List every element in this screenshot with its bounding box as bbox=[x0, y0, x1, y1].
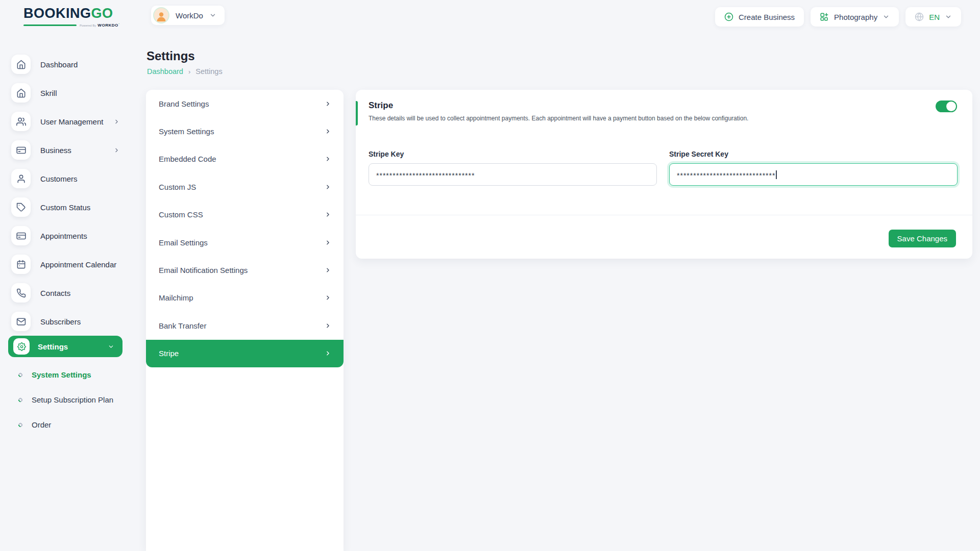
brand-tagline: Powered By WORKDO˙ bbox=[23, 23, 136, 28]
sidebar-item-skrill[interactable]: Skrill bbox=[0, 79, 146, 107]
stripe-panel-header: Stripe These details will be used to col… bbox=[356, 90, 972, 122]
sidebar-item-label: Settings bbox=[38, 342, 68, 351]
plus-circle-icon bbox=[724, 12, 733, 21]
gear-icon bbox=[13, 338, 30, 355]
sidebar-item-label: Contacts bbox=[40, 289, 70, 297]
settings-menu-item-custom-css[interactable]: Custom CSS bbox=[146, 201, 344, 229]
field-input[interactable]: ****************************** bbox=[369, 163, 657, 186]
sidebar-item-label: Business bbox=[40, 146, 71, 155]
sidebar-subitem-label: System Settings bbox=[32, 370, 91, 379]
credit-card-icon bbox=[11, 226, 31, 245]
chevron-right-icon bbox=[325, 350, 331, 357]
field-value: ****************************** bbox=[376, 171, 475, 180]
settings-menu-item-label: Bank Transfer bbox=[159, 321, 206, 330]
field-stripe-secret-key: Stripe Secret Key **********************… bbox=[669, 150, 958, 186]
tag-icon bbox=[11, 197, 31, 217]
phone-icon bbox=[11, 283, 31, 303]
settings-menu-item-label: Stripe bbox=[159, 349, 179, 358]
breadcrumb: Dashboard › Settings bbox=[147, 67, 223, 76]
business-type-selector[interactable]: Photography bbox=[811, 7, 899, 27]
sidebar-item-settings[interactable]: Settings bbox=[8, 336, 122, 357]
settings-menu-item-label: Email Notification Settings bbox=[159, 266, 248, 274]
sidebar-item-label: User Management bbox=[40, 117, 103, 126]
mail-icon bbox=[11, 312, 31, 331]
workspace-selector[interactable]: WorkDo bbox=[151, 6, 225, 25]
create-business-label: Create Business bbox=[739, 13, 795, 21]
field-value: ****************************** bbox=[677, 171, 775, 180]
chevron-right-icon bbox=[325, 267, 331, 273]
sidebar-nav: Dashboard Skrill User Management Busines… bbox=[0, 50, 146, 357]
settings-menu-item-email-settings[interactable]: Email Settings bbox=[146, 229, 344, 256]
brand-name: BOOKINGGO bbox=[23, 7, 136, 20]
brand-logo[interactable]: BOOKINGGO Powered By WORKDO˙ bbox=[23, 7, 136, 28]
powered-by-label: Powered By bbox=[80, 24, 96, 27]
breadcrumb-dashboard-link[interactable]: Dashboard bbox=[147, 67, 183, 76]
chevron-down-icon bbox=[883, 13, 890, 20]
sidebar-item-label: Appointment Calendar bbox=[40, 260, 116, 269]
stripe-fields-row: Stripe Key *****************************… bbox=[369, 150, 958, 186]
credit-card-icon bbox=[11, 140, 31, 160]
sidebar-item-business[interactable]: Business bbox=[0, 136, 146, 164]
language-label: EN bbox=[929, 13, 940, 21]
chevron-right-icon bbox=[325, 294, 331, 301]
settings-menu-item-bank-transfer[interactable]: Bank Transfer bbox=[146, 312, 344, 339]
field-label: Stripe Key bbox=[369, 150, 657, 158]
bullet-icon bbox=[17, 422, 23, 428]
sidebar: Dashboard Skrill User Management Busines… bbox=[0, 30, 146, 551]
person-icon bbox=[155, 10, 167, 22]
field-stripe-key: Stripe Key *****************************… bbox=[369, 150, 657, 186]
sidebar-item-customers[interactable]: Customers bbox=[0, 164, 146, 193]
settings-menu-item-label: Custom CSS bbox=[159, 210, 203, 219]
sidebar-subitem-setup-subscription-plan[interactable]: Setup Subscription Plan bbox=[0, 387, 146, 412]
business-type-label: Photography bbox=[834, 13, 877, 21]
page-title: Settings bbox=[146, 49, 195, 63]
workspace-label: WorkDo bbox=[176, 11, 203, 20]
settings-menu-item-embedded-code[interactable]: Embedded Code bbox=[146, 145, 344, 173]
brand-name-part1: BOOKING bbox=[23, 6, 91, 21]
chevron-right-icon bbox=[325, 101, 331, 107]
settings-menu-item-system-settings[interactable]: System Settings bbox=[146, 117, 344, 145]
sidebar-item-subscribers[interactable]: Subscribers bbox=[0, 307, 146, 336]
brand-name-part2: GO bbox=[91, 6, 113, 21]
breadcrumb-current: Settings bbox=[195, 67, 222, 76]
settings-menu-item-label: Brand Settings bbox=[159, 99, 209, 108]
breadcrumb-separator: › bbox=[188, 68, 190, 76]
chevron-down-icon bbox=[108, 343, 114, 350]
users-icon bbox=[11, 112, 31, 131]
app-window: BOOKINGGO Powered By WORKDO˙ WorkDo Crea… bbox=[0, 0, 980, 551]
chevron-right-icon bbox=[325, 156, 331, 162]
sidebar-item-contacts[interactable]: Contacts bbox=[0, 279, 146, 307]
home-icon bbox=[11, 83, 31, 103]
field-label: Stripe Secret Key bbox=[669, 150, 958, 158]
sidebar-item-custom-status[interactable]: Custom Status bbox=[0, 193, 146, 221]
settings-menu-item-mailchimp[interactable]: Mailchimp bbox=[146, 284, 344, 312]
powered-brand-label: WORKDO˙ bbox=[97, 23, 120, 28]
settings-menu-item-stripe[interactable]: Stripe bbox=[146, 340, 344, 367]
sidebar-item-appointment-calendar[interactable]: Appointment Calendar bbox=[0, 250, 146, 279]
top-header: BOOKINGGO Powered By WORKDO˙ WorkDo Crea… bbox=[0, 0, 980, 30]
language-selector[interactable]: EN bbox=[905, 7, 961, 27]
chevron-right-icon bbox=[325, 322, 331, 329]
toggle-knob bbox=[946, 102, 956, 111]
settings-menu-item-label: System Settings bbox=[159, 127, 214, 136]
sidebar-subitem-system-settings[interactable]: System Settings bbox=[0, 362, 146, 387]
sidebar-item-appointments[interactable]: Appointments bbox=[0, 221, 146, 250]
sidebar-item-user-management[interactable]: User Management bbox=[0, 107, 146, 136]
create-business-button[interactable]: Create Business bbox=[715, 7, 804, 27]
sidebar-item-label: Custom Status bbox=[40, 203, 90, 212]
field-input[interactable]: ****************************** bbox=[669, 163, 958, 186]
workspace-avatar bbox=[153, 7, 169, 23]
settings-menu-item-brand-settings[interactable]: Brand Settings bbox=[146, 90, 344, 117]
settings-menu-item-email-notification-settings[interactable]: Email Notification Settings bbox=[146, 256, 344, 284]
settings-menu-item-custom-js[interactable]: Custom JS bbox=[146, 173, 344, 201]
header-actions: Create Business Photography EN bbox=[715, 7, 961, 27]
chevron-down-icon bbox=[209, 12, 216, 19]
settings-subnav: System Settings Setup Subscription Plan … bbox=[0, 362, 146, 437]
text-caret bbox=[776, 170, 777, 179]
stripe-enabled-toggle[interactable] bbox=[936, 101, 957, 112]
save-changes-button[interactable]: Save Changes bbox=[889, 230, 956, 247]
sidebar-subitem-order[interactable]: Order bbox=[0, 412, 146, 437]
settings-menu-card: Brand Settings System Settings Embedded … bbox=[146, 90, 344, 551]
sidebar-item-dashboard[interactable]: Dashboard bbox=[0, 50, 146, 79]
chevron-right-icon bbox=[113, 147, 120, 154]
